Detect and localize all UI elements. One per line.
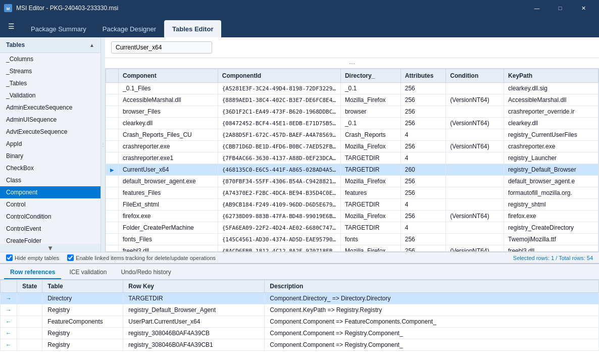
- table-row[interactable]: default_browser_agent.exe {870FBF34-55FF…: [106, 176, 598, 187]
- col-componentid[interactable]: ComponentId: [218, 69, 340, 83]
- maximize-button[interactable]: □: [548, 0, 572, 16]
- sidebar-item-advtexecseq[interactable]: AdvtExecuteSequence: [0, 126, 101, 138]
- col-component[interactable]: Component: [119, 69, 218, 83]
- table-row[interactable]: firefox.exe {62738D09-883B-47FA-BD48-990…: [106, 211, 598, 222]
- cell-component: FileExt_shtml: [119, 199, 218, 211]
- col-directory[interactable]: Directory_: [340, 69, 401, 83]
- cell-attributes: 256: [401, 245, 446, 252]
- sidebar-resize-handle[interactable]: ⋮: [101, 37, 105, 252]
- sidebar-item-streams[interactable]: _Streams: [0, 65, 101, 77]
- cell-condition: (VersionNT64): [446, 245, 504, 252]
- cell-componentid: {145C4561-AD30-4374-AD5D-EAE957902E4F}: [218, 234, 340, 245]
- table-row[interactable]: crashreporter.exe1 {7FB4AC66-3630-4137-A…: [106, 152, 598, 164]
- list-item[interactable]: ← Registry registry_308046B0AF4A39CB Com…: [1, 328, 599, 339]
- table-row[interactable]: browser_Files {36D1F2C1-EA49-473F-B620-1…: [106, 106, 598, 118]
- cell-condition: [446, 199, 504, 211]
- table-row[interactable]: features_Files {A74370E2-F2BC-4DCA-BE94-…: [106, 187, 598, 199]
- list-item[interactable]: ← Registry registry_308046B0AF4A39CB1 Co…: [1, 339, 599, 351]
- sidebar-item-checkbox[interactable]: CheckBox: [0, 162, 101, 174]
- table-row[interactable]: crashreporter.exe {CBB71D6D-BE1D-4FD6-B0…: [106, 141, 598, 152]
- cell-componentid: {08472452-BCF4-45E1-8EDB-E71D75B52A96}: [218, 118, 340, 129]
- data-grid-container[interactable]: Component ComponentId Directory_ Attribu…: [105, 68, 599, 252]
- tab-row-references[interactable]: Row references: [4, 266, 61, 279]
- sidebar-item-control[interactable]: Control: [0, 198, 101, 211]
- bottom-col-state[interactable]: State: [17, 280, 42, 293]
- sidebar-scroll-up[interactable]: ▲: [89, 42, 94, 48]
- search-input[interactable]: [111, 41, 212, 54]
- sidebar-item-adminuiseq[interactable]: AdminUISequence: [0, 114, 101, 126]
- cell-component: CurrentUser_x64: [119, 164, 218, 176]
- bottom-col-rowkey[interactable]: Row Key: [123, 280, 265, 293]
- tab-undo-redo[interactable]: Undo/Redo history: [115, 266, 177, 279]
- sidebar-item-binary[interactable]: Binary: [0, 150, 101, 162]
- col-arrow: [106, 69, 119, 83]
- cell-condition: (VersionNT64): [446, 94, 504, 106]
- cell-keypath: crashreporter_override.ir: [504, 106, 598, 118]
- sidebar-item-adminexecseq[interactable]: AdminExecuteSequence: [0, 101, 101, 114]
- table-row[interactable]: Crash_Reports_Files_CU {2A88D5F1-672C-45…: [106, 129, 598, 141]
- table-row[interactable]: AccessibleMarshal.dll {8889AED1-38C4-402…: [106, 94, 598, 106]
- cell-component: freebl3.dll: [119, 245, 218, 252]
- cell-keypath: TwemojiMozilla.ttf: [504, 234, 598, 245]
- cell-attributes: 4: [401, 129, 446, 141]
- bottom-col-description[interactable]: Description: [265, 280, 599, 293]
- enable-linked-checkbox[interactable]: Enable linked items tracking for delete/…: [67, 254, 216, 261]
- bottom-col-table[interactable]: Table: [42, 280, 123, 293]
- sidebar-scroll-down[interactable]: ▼: [0, 244, 101, 252]
- bottom-grid-container[interactable]: State Table Row Key Description → Direct…: [0, 280, 599, 364]
- sidebar-item-controlcondition[interactable]: ControlCondition: [0, 211, 101, 223]
- list-item[interactable]: → Directory TARGETDIR Component.Director…: [1, 293, 599, 304]
- col-attributes[interactable]: Attributes: [401, 69, 446, 83]
- main-layout: Tables ▲ _Columns _Streams _Tables _Vali…: [0, 37, 599, 364]
- cell-condition: (VersionNT64): [446, 118, 504, 129]
- tab-package-designer[interactable]: Package Designer: [94, 20, 164, 37]
- col-condition[interactable]: Condition: [446, 69, 504, 83]
- table-row[interactable]: FileExt_shtml {AB9CB184-F249-4109-96DD-D…: [106, 199, 598, 211]
- enable-linked-input[interactable]: [67, 254, 74, 261]
- cell-condition: (VersionNT64): [446, 141, 504, 152]
- table-row[interactable]: fonts_Files {145C4561-AD30-4374-AD5D-EAE…: [106, 234, 598, 245]
- close-button[interactable]: ✕: [572, 0, 595, 16]
- tab-package-summary[interactable]: Package Summary: [23, 20, 94, 37]
- cell-attributes: 256: [401, 94, 446, 106]
- cell-component: crashreporter.exe: [119, 141, 218, 152]
- row-arrow-cell: [106, 106, 119, 118]
- list-item[interactable]: → Registry registry_Default_Browser_Agen…: [1, 304, 599, 316]
- cell-componentid: {8ACD6EBB-1812-4C12-8A2F-970718FBA688}: [218, 245, 340, 252]
- cell-condition: [446, 83, 504, 94]
- sidebar-item-createfolder[interactable]: CreateFolder: [0, 235, 101, 244]
- sidebar-item-controlevent[interactable]: ControlEvent: [0, 223, 101, 235]
- tab-tables-editor[interactable]: Tables Editor: [164, 20, 221, 37]
- table-row[interactable]: ▶ CurrentUser_x64 {468135C0-E6C5-441F-A8…: [106, 164, 598, 176]
- hide-empty-checkbox[interactable]: Hide empty tables: [6, 254, 59, 261]
- minimize-button[interactable]: —: [525, 0, 548, 16]
- sidebar-item-appid[interactable]: AppId: [0, 138, 101, 150]
- svg-text:M: M: [7, 7, 10, 11]
- hamburger-button[interactable]: ☰: [4, 18, 19, 34]
- tab-ice-validation[interactable]: ICE validation: [63, 266, 113, 279]
- bottom-row-arrow: →: [1, 293, 17, 304]
- cell-component: _0.1_Files: [119, 83, 218, 94]
- table-row[interactable]: _0.1_Files {A5281E3F-3C24-49D4-8198-72DF…: [106, 83, 598, 94]
- sidebar-item-class[interactable]: Class: [0, 174, 101, 186]
- row-arrow-cell: [106, 222, 119, 234]
- hide-empty-input[interactable]: [6, 254, 13, 261]
- list-item[interactable]: ← FeatureComponents UserPart.CurrentUser…: [1, 316, 599, 328]
- cell-componentid: {A74370E2-F2BC-4DCA-BE94-B35D4C0ED4A8}: [218, 187, 340, 199]
- sidebar-item-columns[interactable]: _Columns: [0, 53, 101, 65]
- bottom-cell-table: FeatureComponents: [42, 316, 123, 328]
- row-arrow-cell: [106, 187, 119, 199]
- table-row[interactable]: clearkey.dll {08472452-BCF4-45E1-8EDB-E7…: [106, 118, 598, 129]
- table-row[interactable]: Folder_CreatePerMachine {5FA6EA09-22F2-4…: [106, 222, 598, 234]
- title-bar-left: M MSI Editor - PKG-240403-233330.msi: [4, 4, 118, 12]
- bottom-cell-description: Component.Component => Registry.Componen…: [265, 328, 599, 339]
- sidebar-item-component[interactable]: Component: [0, 186, 101, 198]
- selected-rows-label: Selected rows: 1 / Total rows: 54: [513, 255, 593, 261]
- sidebar-scroll[interactable]: _Columns _Streams _Tables _Validation Ad…: [0, 53, 101, 244]
- sidebar-item-validation[interactable]: _Validation: [0, 89, 101, 101]
- table-row[interactable]: freebl3.dll {8ACD6EBB-1812-4C12-8A2F-970…: [106, 245, 598, 252]
- sidebar-item-tables[interactable]: _Tables: [0, 77, 101, 89]
- cell-attributes: 256: [401, 83, 446, 94]
- cell-attributes: 256: [401, 211, 446, 222]
- col-keypath[interactable]: KeyPath: [504, 69, 598, 83]
